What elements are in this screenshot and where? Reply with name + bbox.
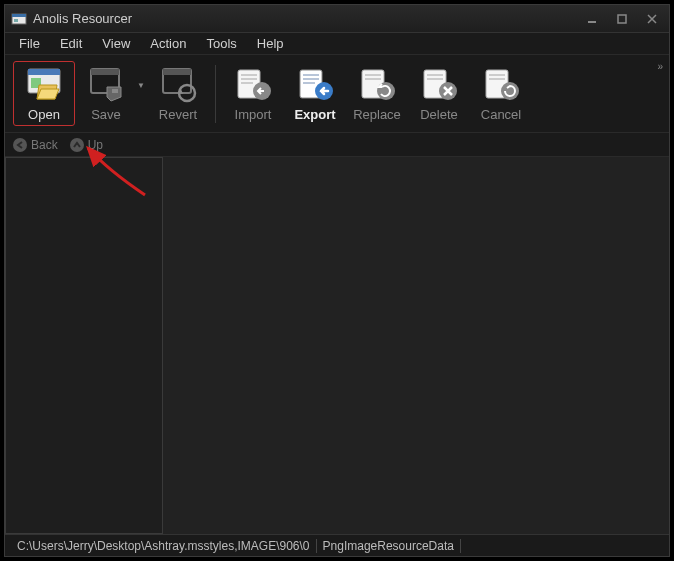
toolbar-separator: [215, 65, 216, 123]
content-area: [5, 157, 669, 534]
menu-view[interactable]: View: [92, 34, 140, 53]
maximize-button[interactable]: [607, 9, 637, 29]
replace-label: Replace: [353, 107, 401, 122]
cancel-button[interactable]: Cancel: [470, 61, 532, 126]
export-label: Export: [294, 107, 335, 122]
svg-rect-29: [427, 74, 443, 76]
svg-rect-1: [12, 14, 26, 17]
svg-rect-9: [91, 69, 119, 75]
import-icon: [234, 65, 272, 103]
menu-action[interactable]: Action: [140, 34, 196, 53]
svg-rect-12: [163, 69, 191, 75]
save-icon: [87, 65, 125, 103]
replace-button[interactable]: Replace: [346, 61, 408, 126]
titlebar: Anolis Resourcer: [5, 5, 669, 33]
cancel-label: Cancel: [481, 107, 521, 122]
svg-rect-16: [241, 78, 257, 80]
open-icon: [25, 65, 63, 103]
save-label: Save: [91, 107, 121, 122]
save-dropdown-arrow[interactable]: ▼: [137, 61, 147, 90]
menu-edit[interactable]: Edit: [50, 34, 92, 53]
revert-label: Revert: [159, 107, 197, 122]
svg-rect-25: [365, 74, 381, 76]
open-button[interactable]: Open: [13, 61, 75, 126]
delete-label: Delete: [420, 107, 458, 122]
toolbar: Open Save ▼: [5, 55, 669, 133]
status-type: PngImageResourceData: [317, 539, 461, 553]
window-controls: [577, 9, 667, 29]
delete-icon: [420, 65, 458, 103]
svg-rect-30: [427, 78, 443, 80]
svg-rect-34: [489, 78, 505, 80]
export-icon: [296, 65, 334, 103]
close-button[interactable]: [637, 9, 667, 29]
svg-rect-15: [241, 74, 257, 76]
nav-back[interactable]: Back: [13, 138, 58, 152]
svg-rect-10: [112, 89, 118, 93]
revert-button[interactable]: Revert: [147, 61, 209, 126]
minimize-button[interactable]: [577, 9, 607, 29]
import-button[interactable]: Import: [222, 61, 284, 126]
svg-rect-21: [303, 78, 319, 80]
nav-up[interactable]: Up: [70, 138, 103, 152]
main-panel: [163, 157, 669, 534]
export-button[interactable]: Export: [284, 61, 346, 126]
svg-rect-33: [489, 74, 505, 76]
svg-rect-6: [28, 69, 60, 75]
replace-icon: [358, 65, 396, 103]
up-icon: [70, 138, 84, 152]
svg-rect-17: [241, 82, 253, 84]
navigation-bar: Back Up: [5, 133, 669, 157]
application-window: Anolis Resourcer File Edit View Action T…: [4, 4, 670, 557]
toolbar-overflow-icon[interactable]: »: [657, 61, 663, 72]
svg-rect-3: [588, 21, 596, 23]
revert-icon: [159, 65, 197, 103]
nav-up-label: Up: [88, 138, 103, 152]
svg-rect-2: [14, 19, 18, 22]
save-button-group: Save ▼: [75, 61, 147, 126]
nav-back-label: Back: [31, 138, 58, 152]
svg-point-27: [377, 82, 395, 100]
svg-rect-26: [365, 78, 381, 80]
svg-point-35: [501, 82, 519, 100]
delete-button[interactable]: Delete: [408, 61, 470, 126]
svg-rect-4: [618, 15, 626, 23]
app-icon: [11, 11, 27, 27]
save-button[interactable]: Save: [75, 61, 137, 126]
open-label: Open: [28, 107, 60, 122]
menu-help[interactable]: Help: [247, 34, 294, 53]
menu-tools[interactable]: Tools: [196, 34, 246, 53]
back-icon: [13, 138, 27, 152]
import-label: Import: [235, 107, 272, 122]
menu-file[interactable]: File: [9, 34, 50, 53]
menubar: File Edit View Action Tools Help: [5, 33, 669, 55]
window-title: Anolis Resourcer: [33, 11, 577, 26]
tree-panel[interactable]: [5, 157, 163, 534]
status-path: C:\Users\Jerry\Desktop\Ashtray.msstyles,…: [11, 539, 317, 553]
svg-rect-20: [303, 74, 319, 76]
cancel-icon: [482, 65, 520, 103]
svg-rect-22: [303, 82, 315, 84]
statusbar: C:\Users\Jerry\Desktop\Ashtray.msstyles,…: [5, 534, 669, 556]
